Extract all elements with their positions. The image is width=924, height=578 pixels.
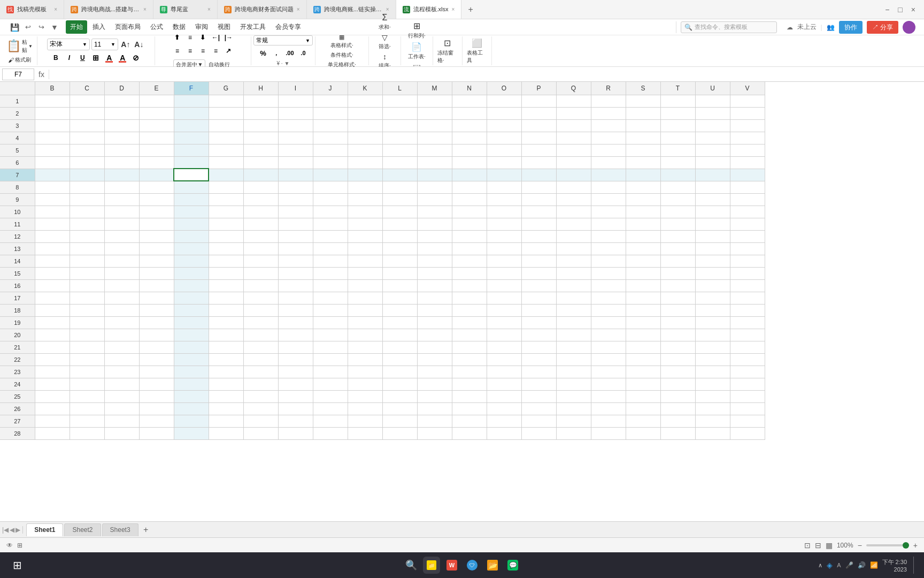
cell-E22[interactable] — [139, 353, 174, 366]
row-header-8[interactable]: 8 — [0, 181, 35, 193]
decrease-decimal-button[interactable]: .0 — [297, 47, 309, 59]
font-size-selector[interactable]: 11 ▼ — [91, 39, 118, 50]
cell-C27[interactable] — [70, 415, 104, 427]
cell-D15[interactable] — [104, 267, 139, 279]
taskbar-app-search[interactable]: 🔍 — [403, 557, 420, 574]
cell-P11[interactable] — [521, 218, 556, 230]
cell-E9[interactable] — [139, 193, 174, 206]
col-header-L[interactable]: L — [382, 82, 417, 95]
cell-R21[interactable] — [591, 341, 626, 353]
cell-U8[interactable] — [695, 181, 730, 193]
cell-Q10[interactable] — [556, 206, 591, 218]
cell-P26[interactable] — [521, 402, 556, 415]
cell-K7[interactable] — [348, 169, 382, 181]
row-header-24[interactable]: 24 — [0, 378, 35, 390]
cell-V28[interactable] — [730, 427, 765, 439]
cell-H14[interactable] — [243, 255, 278, 267]
cell-R9[interactable] — [591, 193, 626, 206]
cell-D12[interactable] — [104, 230, 139, 242]
cell-I4[interactable] — [278, 132, 313, 144]
cell-G21[interactable] — [209, 341, 243, 353]
cell-C17[interactable] — [70, 292, 104, 304]
cell-C6[interactable] — [70, 156, 104, 169]
cell-S28[interactable] — [626, 427, 660, 439]
cell-C20[interactable] — [70, 329, 104, 341]
cell-S26[interactable] — [626, 402, 660, 415]
col-header-K[interactable]: K — [348, 82, 382, 95]
cell-L4[interactable] — [382, 132, 417, 144]
cell-I23[interactable] — [278, 366, 313, 378]
cell-I11[interactable] — [278, 218, 313, 230]
cell-T26[interactable] — [660, 402, 695, 415]
cell-N1[interactable] — [452, 95, 487, 107]
cell-U13[interactable] — [695, 242, 730, 255]
cell-G13[interactable] — [209, 242, 243, 255]
cell-I10[interactable] — [278, 206, 313, 218]
page-break-view-button[interactable]: ⊟ — [815, 541, 821, 550]
cell-S5[interactable] — [626, 144, 660, 156]
new-tab-button[interactable]: + — [461, 0, 479, 19]
align-top-button[interactable]: ⬆ — [171, 32, 183, 43]
cell-U19[interactable] — [695, 316, 730, 329]
cell-J26[interactable] — [313, 402, 348, 415]
cell-F10[interactable] — [174, 206, 209, 218]
percent-button[interactable]: % — [257, 47, 269, 59]
cell-F13[interactable] — [174, 242, 209, 255]
cell-L27[interactable] — [382, 415, 417, 427]
cell-D20[interactable] — [104, 329, 139, 341]
cell-D1[interactable] — [104, 95, 139, 107]
cell-U23[interactable] — [695, 366, 730, 378]
cell-I26[interactable] — [278, 402, 313, 415]
cell-H1[interactable] — [243, 95, 278, 107]
cell-V26[interactable] — [730, 402, 765, 415]
menu-insert[interactable]: 插入 — [88, 20, 110, 34]
underline-button[interactable]: U — [76, 52, 88, 64]
cell-I12[interactable] — [278, 230, 313, 242]
cell-D14[interactable] — [104, 255, 139, 267]
cell-N25[interactable] — [452, 390, 487, 402]
cell-V7[interactable] — [730, 169, 765, 181]
cell-Q6[interactable] — [556, 156, 591, 169]
cell-F17[interactable] — [174, 292, 209, 304]
cell-D2[interactable] — [104, 107, 139, 119]
cell-P4[interactable] — [521, 132, 556, 144]
cell-J22[interactable] — [313, 353, 348, 366]
zoom-thumb[interactable] — [903, 542, 909, 549]
cell-G2[interactable] — [209, 107, 243, 119]
cell-U21[interactable] — [695, 341, 730, 353]
cell-S2[interactable] — [626, 107, 660, 119]
cell-O15[interactable] — [487, 267, 521, 279]
cell-K9[interactable] — [348, 193, 382, 206]
taskbar-app-files[interactable]: 📁 — [423, 557, 440, 574]
cell-F18[interactable] — [174, 304, 209, 316]
cell-H18[interactable] — [243, 304, 278, 316]
cell-J3[interactable] — [313, 119, 348, 132]
increase-decimal-button[interactable]: .00 — [284, 47, 296, 59]
cell-D28[interactable] — [104, 427, 139, 439]
row-header-3[interactable]: 3 — [0, 119, 35, 132]
cell-N19[interactable] — [452, 316, 487, 329]
tray-mic[interactable]: 🎤 — [845, 561, 853, 569]
col-header-I[interactable]: I — [278, 82, 313, 95]
cell-N13[interactable] — [452, 242, 487, 255]
cell-B25[interactable] — [35, 390, 70, 402]
cell-Q4[interactable] — [556, 132, 591, 144]
bold-button[interactable]: B — [50, 52, 61, 64]
cell-I16[interactable] — [278, 279, 313, 292]
table-style-button[interactable]: ▦ 表格样式· — [328, 33, 356, 50]
cell-T24[interactable] — [660, 378, 695, 390]
cell-L6[interactable] — [382, 156, 417, 169]
cell-L23[interactable] — [382, 366, 417, 378]
cell-I28[interactable] — [278, 427, 313, 439]
cell-L28[interactable] — [382, 427, 417, 439]
cell-G26[interactable] — [209, 402, 243, 415]
menu-formula[interactable]: 公式 — [146, 20, 167, 34]
cell-B15[interactable] — [35, 267, 70, 279]
cell-T6[interactable] — [660, 156, 695, 169]
cell-O14[interactable] — [487, 255, 521, 267]
cell-N7[interactable] — [452, 169, 487, 181]
cell-I20[interactable] — [278, 329, 313, 341]
cell-V18[interactable] — [730, 304, 765, 316]
row-header-20[interactable]: 20 — [0, 329, 35, 341]
cell-G1[interactable] — [209, 95, 243, 107]
